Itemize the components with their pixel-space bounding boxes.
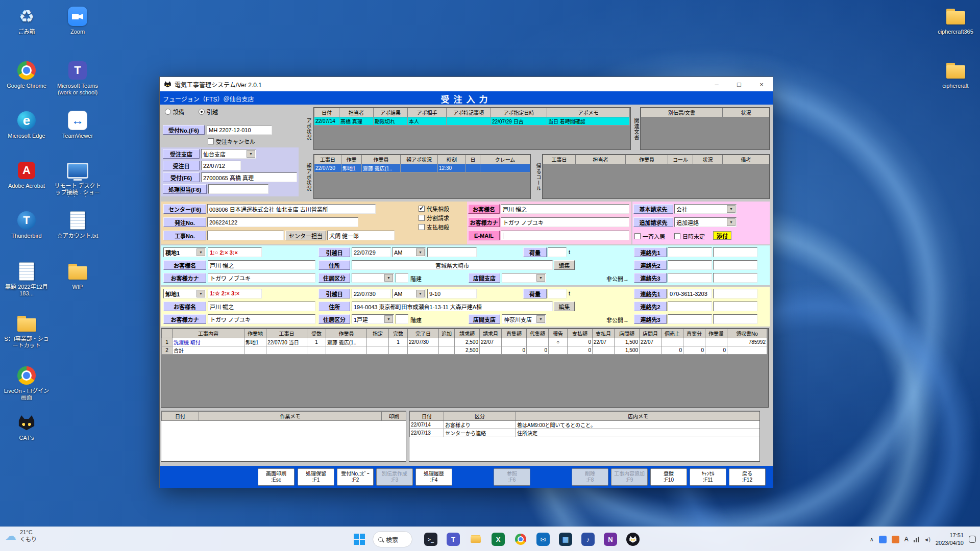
reception-no-field[interactable]: MH 2207-12-010 [207, 125, 272, 135]
customer-name-field[interactable]: 戸川 暢之 [501, 204, 629, 214]
order-type-setsubi[interactable]: 設備 [165, 108, 184, 116]
weather-widget[interactable]: 21°Cくもり [5, 529, 37, 543]
nichiji-mitei-checkbox[interactable]: 日時未定 [674, 232, 705, 240]
tray-app-icon-2[interactable] [892, 536, 899, 543]
cancel-button[interactable]: ｷｬﾝｾﾙ:F11 [690, 468, 726, 486]
desktop-icon-wip-folder[interactable]: WIP [54, 260, 101, 290]
taskbar-app-terminal[interactable] [421, 529, 441, 549]
daishu-sousai-checkbox[interactable]: 代集相殺 [419, 205, 449, 213]
table-row[interactable]: 22/07/14髙橋 真理期限切れ本人22/07/29 日古当日 着時間確認 [314, 117, 630, 126]
table-row[interactable]: 2 合計2,5000001,500000 [162, 346, 767, 355]
dropoff-contact3-field2[interactable] [713, 314, 757, 324]
dropoff-address-edit-button[interactable]: 編集 [554, 302, 575, 311]
taskbar-clock[interactable]: 17:512023/04/10 [936, 532, 964, 547]
desktop-icon-remote-desktop[interactable]: リモート デスクトップ接続 - ショートカット [54, 159, 101, 197]
desktop-icon-ciphercraft365[interactable]: ciphercraft365 [932, 5, 979, 35]
minimize-button[interactable]: – [705, 77, 728, 91]
hold-button[interactable]: 処理保留:F1 [298, 468, 334, 486]
center-tanto-field[interactable]: 犬飼 健一郎 [327, 231, 395, 240]
pickup-contact1-field[interactable] [668, 247, 712, 257]
order-type-hikkoshi[interactable]: 引越 [199, 108, 218, 116]
dropoff-ampm-select[interactable]: AM [392, 289, 426, 298]
attachment-badge[interactable]: 添付 [713, 231, 731, 240]
desktop-icon-recycle-bin[interactable]: ごみ箱 [3, 5, 50, 35]
taskbar-app-mail[interactable] [533, 529, 553, 549]
pickup-load-field[interactable] [548, 247, 567, 257]
desktop-icon-zoom[interactable]: Zoom [54, 5, 101, 35]
pickup-name-field[interactable]: 戸川 暢之 [208, 260, 315, 270]
pickup-contact3-field[interactable] [668, 273, 712, 283]
dropoff-name-field[interactable]: 戸川 暢之 [208, 302, 315, 311]
table-row[interactable]: 22/07/14お客様より着はAM9:00と聞いてるとのこと。 [410, 421, 761, 429]
pickup-house-select[interactable] [352, 273, 394, 283]
pickup-contact3-field2[interactable] [713, 273, 757, 283]
dropoff-contact3-field[interactable] [668, 314, 712, 324]
pickup-contact2-field[interactable] [668, 260, 712, 270]
dropoff-contact1-field[interactable]: 070-3611-3203 [668, 289, 712, 298]
basic-billing-select[interactable]: 会社 [674, 204, 737, 214]
table-row[interactable]: 1 洗濯機 取付卸地122/07/30 当日1齋藤 義広(1..122/07/3… [162, 338, 767, 346]
history-button[interactable]: 処理履歴:F4 [415, 468, 452, 486]
dropoff-site-select[interactable]: 卸地1 [163, 289, 206, 298]
taskbar-app-cats[interactable] [623, 529, 643, 549]
pickup-kana-field[interactable]: トガワ ノブユキ [208, 273, 315, 283]
search-box[interactable]: 検索 [373, 531, 412, 547]
pickup-address-field[interactable]: 宮城県大崎市 [352, 260, 553, 270]
dropoff-kana-field[interactable]: トガワ ノブユキ [208, 314, 315, 324]
dropoff-house-select[interactable]: 1戸建 [352, 314, 394, 324]
create-slip-button[interactable]: 別伝票作成:F3 [376, 468, 413, 486]
dropoff-timeslot-field[interactable]: 9-10 [427, 289, 477, 298]
pickup-ampm-select[interactable]: AM [392, 247, 426, 257]
delete-button[interactable]: 削除:F8 [572, 468, 608, 486]
koji-no-field[interactable] [207, 231, 284, 240]
customer-kana-field[interactable]: トガワ ノブユキ [501, 217, 629, 227]
handler-field[interactable] [208, 184, 268, 194]
desktop-icon-liveon[interactable]: LiveOn - ログイン画面 [3, 364, 50, 401]
order-branch-select[interactable]: 仙台支店 [201, 149, 256, 159]
desktop-icon-ciphercraft[interactable]: ciphercraft [932, 59, 979, 89]
desktop-icon-account-txt[interactable]: ☆アカウント.txt [54, 209, 101, 239]
register-button[interactable]: 登録:F10 [650, 468, 687, 486]
pickup-contact1-field2[interactable] [713, 247, 757, 257]
ime-indicator[interactable]: A [904, 536, 909, 543]
dropoff-address-field[interactable]: 194-0043 東京都町田市成瀬台1-13-11 大森戸建A棟 [352, 302, 553, 311]
volume-icon[interactable] [924, 536, 930, 543]
dropoff-shop-select[interactable]: 神奈川支店 [502, 314, 546, 324]
issei-nyukyo-checkbox[interactable]: 一斉入居 [634, 232, 665, 240]
maximize-button[interactable]: □ [728, 77, 750, 91]
dropoff-contact2-field2[interactable] [713, 302, 757, 311]
desktop-icon-thunderbird[interactable]: Thunderbird [3, 209, 50, 239]
desktop-icon-notepad-file[interactable]: 無題 2022年12月183... [3, 260, 50, 297]
start-button[interactable] [349, 529, 370, 549]
dropoff-contact2-field[interactable] [668, 302, 712, 311]
dropoff-contact1-field2[interactable] [713, 289, 757, 298]
hidden-icons-chevron[interactable] [870, 536, 874, 543]
desktop-icon-chrome[interactable]: Google Chrome [3, 59, 50, 89]
reference-button[interactable]: 参照:F6 [494, 468, 530, 486]
pickup-floor-field[interactable] [396, 273, 408, 283]
notification-icon[interactable] [969, 536, 976, 543]
dropoff-movedate-field[interactable]: 22/07/30 [352, 289, 391, 298]
taskbar-app-teams[interactable] [443, 529, 463, 549]
reception-field[interactable]: 27000065 髙橋 真理 [201, 172, 297, 182]
taskbar-app-chrome[interactable] [510, 529, 531, 549]
pickup-site-select[interactable]: 積地1 [163, 247, 206, 257]
copy-reception-no-button[interactable]: 受付No.ｺﾋﾟｰ:F2 [337, 468, 374, 486]
tray-app-icon-1[interactable] [879, 536, 887, 543]
print-screen-button[interactable]: 画面印刷:Esc [258, 468, 295, 486]
pickup-address-edit-button[interactable]: 編集 [554, 260, 575, 270]
desktop-icon-teamviewer[interactable]: TeamViewer [54, 109, 101, 139]
desktop-icon-cats[interactable]: CAT's [3, 411, 50, 441]
add-work-button[interactable]: 工事内容追加:F9 [611, 468, 648, 486]
email-field[interactable] [501, 231, 629, 240]
order-date-field[interactable]: 22/07/12 [201, 161, 241, 170]
bunkatsu-seikyu-checkbox[interactable]: 分割請求 [419, 214, 449, 222]
table-row-selected[interactable]: 22/07/30卸地1齋藤 義広(1..12:30 [314, 164, 530, 172]
desktop-icon-teams[interactable]: Microsoft Teams (work or school) [54, 59, 101, 96]
window-titlebar[interactable]: 電気工事管理システム/Ver 2.0.1 – □ × [160, 77, 773, 91]
back-button[interactable]: 戻る:F12 [729, 468, 766, 486]
pickup-timeslot-field[interactable] [427, 247, 477, 257]
dropoff-floor-field[interactable] [396, 314, 408, 324]
taskbar-app-explorer[interactable] [465, 529, 486, 549]
desktop-icon-edge[interactable]: Microsoft Edge [3, 109, 50, 139]
